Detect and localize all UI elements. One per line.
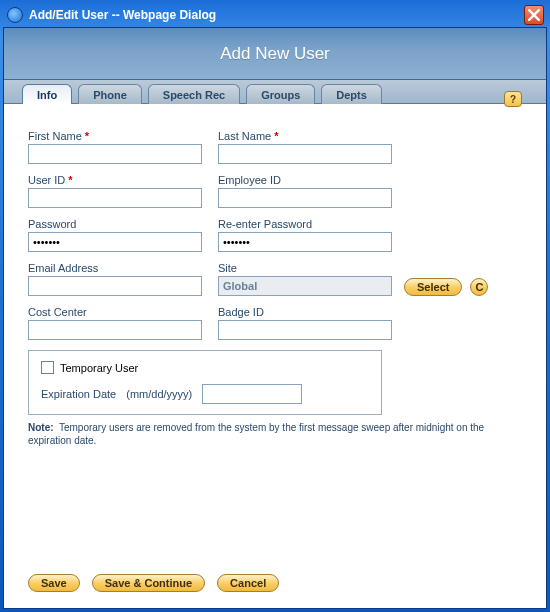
close-icon [528, 9, 540, 21]
note-text: Note: Temporary users are removed from t… [28, 421, 508, 447]
cost-center-input[interactable] [28, 320, 202, 340]
cost-center-label: Cost Center [28, 306, 210, 318]
tab-content: ? First Name * Last Name * User ID * [4, 104, 546, 608]
save-continue-button[interactable]: Save & Continue [92, 574, 205, 592]
title-bar: Add/Edit User -- Webpage Dialog [3, 3, 547, 27]
help-button[interactable]: ? [504, 91, 522, 107]
badge-id-label: Badge ID [218, 306, 400, 318]
user-id-input[interactable] [28, 188, 202, 208]
last-name-label: Last Name * [218, 130, 400, 142]
site-input [218, 276, 392, 296]
save-button[interactable]: Save [28, 574, 80, 592]
tab-depts[interactable]: Depts [321, 84, 382, 104]
first-name-label: First Name * [28, 130, 210, 142]
email-label: Email Address [28, 262, 210, 274]
expiration-date-hint: (mm/dd/yyyy) [126, 388, 192, 400]
last-name-input[interactable] [218, 144, 392, 164]
tab-info[interactable]: Info [22, 84, 72, 104]
ie-icon [7, 7, 23, 23]
footer-buttons: Save Save & Continue Cancel [28, 574, 279, 592]
expiration-date-label: Expiration Date [41, 388, 116, 400]
tab-groups[interactable]: Groups [246, 84, 315, 104]
tab-speech-rec[interactable]: Speech Rec [148, 84, 240, 104]
tabs-row: Info Phone Speech Rec Groups Depts [4, 80, 546, 104]
password-label: Password [28, 218, 210, 230]
page-title: Add New User [220, 44, 330, 64]
cancel-button[interactable]: Cancel [217, 574, 279, 592]
reenter-password-input[interactable] [218, 232, 392, 252]
tab-phone[interactable]: Phone [78, 84, 142, 104]
user-id-label: User ID * [28, 174, 210, 186]
employee-id-label: Employee ID [218, 174, 400, 186]
employee-id-input[interactable] [218, 188, 392, 208]
header-band: Add New User [4, 28, 546, 80]
badge-id-input[interactable] [218, 320, 392, 340]
window-title: Add/Edit User -- Webpage Dialog [29, 8, 518, 22]
close-button[interactable] [524, 5, 544, 25]
reenter-password-label: Re-enter Password [218, 218, 400, 230]
form-grid: First Name * Last Name * User ID * Emplo [28, 130, 522, 447]
temporary-user-fieldset: Temporary User Expiration Date (mm/dd/yy… [28, 350, 382, 415]
expiration-date-input[interactable] [202, 384, 302, 404]
first-name-input[interactable] [28, 144, 202, 164]
dialog-body: Add New User Info Phone Speech Rec Group… [3, 27, 547, 609]
select-button[interactable]: Select [404, 278, 462, 296]
dialog-window: Add/Edit User -- Webpage Dialog Add New … [0, 0, 550, 612]
email-input[interactable] [28, 276, 202, 296]
clear-button[interactable]: C [470, 278, 488, 296]
site-label: Site [218, 262, 400, 274]
temporary-user-label: Temporary User [60, 362, 138, 374]
password-input[interactable] [28, 232, 202, 252]
temporary-user-checkbox[interactable] [41, 361, 54, 374]
